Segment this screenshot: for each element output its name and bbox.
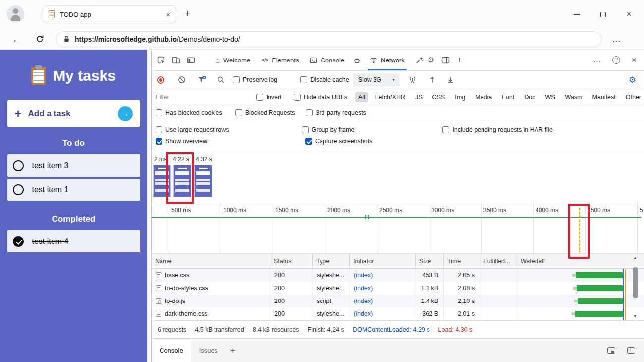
blocked-filters-row: Has blocked cookies Blocked Requests 3rd… (152, 105, 644, 120)
export-har-icon[interactable] (446, 76, 454, 84)
expand-drawer-icon[interactable] (627, 347, 635, 354)
group-by-frame-checkbox[interactable]: Group by frame (302, 126, 355, 133)
initiator-link[interactable]: (index) (354, 310, 373, 317)
network-conditions-icon[interactable] (408, 76, 417, 84)
table-scrollbar[interactable] (631, 256, 639, 319)
column-header-type[interactable]: Type (313, 254, 350, 268)
blocked-requests-checkbox[interactable]: Blocked Requests (235, 109, 295, 116)
drawer-add-tab-button[interactable] (230, 346, 235, 355)
column-header-name[interactable]: Name (152, 254, 270, 268)
task-checkbox[interactable] (13, 160, 24, 171)
filter-type-font[interactable]: Font (499, 92, 517, 102)
request-row[interactable]: to-do.js 200 script (index) 1.4 kB 2.10 … (152, 295, 644, 307)
filter-funnel-icon[interactable] (198, 76, 206, 84)
invert-checkbox[interactable]: Invert (256, 94, 281, 101)
show-overview-checkbox[interactable]: Show overview (156, 138, 207, 145)
initiator-link[interactable]: (index) (354, 285, 373, 292)
tab-welcome[interactable]: Welcome (210, 50, 256, 70)
filter-type-other[interactable]: Other (623, 92, 644, 102)
filter-input[interactable] (156, 94, 248, 101)
task-item[interactable]: test item 3 (7, 154, 140, 177)
minimize-button[interactable] (574, 14, 580, 15)
column-header-status[interactable]: Status (270, 254, 313, 268)
device-emulation-icon[interactable] (172, 56, 180, 64)
thumbnail-graphic (196, 179, 210, 181)
include-har-checkbox[interactable]: Include pending requests in HAR file (442, 126, 552, 133)
tab-elements[interactable]: Elements (256, 50, 304, 70)
import-har-icon[interactable] (429, 76, 436, 84)
column-header-size[interactable]: Size (416, 254, 444, 268)
add-task-card[interactable]: Add a task (7, 100, 140, 127)
submit-task-button[interactable] (118, 106, 133, 121)
hide-data-urls-checkbox[interactable]: Hide data URLs (294, 94, 347, 101)
preserve-log-checkbox[interactable]: Preserve log (233, 76, 277, 83)
disable-cache-checkbox[interactable]: Disable cache (300, 76, 349, 83)
window-close-button[interactable] (627, 10, 631, 18)
tab-network[interactable]: Network (364, 50, 410, 70)
filter-type-fetch-xhr[interactable]: Fetch/XHR (372, 92, 408, 102)
column-header-fulfilled[interactable]: Fulfilled... (480, 254, 517, 268)
refresh-button[interactable] (36, 35, 44, 43)
filter-type-css[interactable]: CSS (429, 92, 448, 102)
use-large-request-rows-checkbox[interactable]: Use large request rows (156, 126, 229, 133)
capture-screenshots-checkbox[interactable]: Capture screenshots (305, 138, 372, 145)
clear-network-log-button[interactable] (178, 76, 186, 84)
task-item[interactable]: test item 1 (7, 179, 140, 201)
filter-type-wasm[interactable]: Wasm (562, 92, 586, 102)
filter-type-all[interactable]: All (355, 92, 368, 102)
stylesheet-icon (156, 311, 161, 317)
filter-type-doc[interactable]: Doc (521, 92, 538, 102)
request-row[interactable]: base.css 200 styleshe... (index) 453 B 2… (152, 269, 644, 282)
issues-bug-icon[interactable] (353, 56, 361, 64)
browser-tab[interactable]: TODO app (43, 5, 176, 23)
url-origin: https:// (75, 35, 98, 43)
initiator-link[interactable]: (index) (354, 298, 373, 304)
filter-type-img[interactable]: Img (452, 92, 468, 102)
network-settings-gear-icon[interactable] (629, 76, 636, 84)
activity-bar-icon[interactable] (187, 56, 195, 64)
filmstrip-thumbnail[interactable] (194, 165, 212, 197)
performance-wand-icon[interactable] (415, 56, 424, 64)
address-bar[interactable]: https://microsoftedge.github.io/Demos/de… (56, 31, 602, 47)
layout-panel-icon[interactable] (441, 56, 450, 64)
search-icon[interactable] (217, 76, 225, 84)
request-row[interactable]: to-do-styles.css 200 styleshe... (index)… (152, 282, 644, 295)
filter-type-manifest[interactable]: Manifest (589, 92, 618, 102)
throttling-dropdown[interactable]: Slow 3G (353, 73, 400, 86)
settings-gear-icon[interactable] (428, 56, 434, 64)
devtools-close-icon[interactable] (631, 56, 637, 64)
task-checkbox-checked[interactable] (13, 236, 24, 247)
add-tool-button[interactable] (457, 56, 462, 64)
help-icon[interactable] (612, 56, 620, 64)
scrollbar-thumb[interactable] (633, 267, 638, 298)
has-blocked-cookies-checkbox[interactable]: Has blocked cookies (156, 109, 222, 116)
tab-console[interactable]: Console (304, 50, 350, 70)
maximize-button[interactable] (600, 12, 606, 17)
filter-type-js[interactable]: JS (412, 92, 426, 102)
todo-header: My tasks (0, 50, 147, 85)
column-header-time[interactable]: Time (444, 254, 480, 268)
filter-type-media[interactable]: Media (472, 92, 495, 102)
profile-avatar[interactable] (7, 5, 24, 23)
drawer-tab-console[interactable]: Console (152, 339, 191, 362)
url-text: https://microsoftedge.github.io/Demos/de… (75, 35, 240, 43)
column-header-initiator[interactable]: Initiator (350, 254, 416, 268)
new-tab-button[interactable] (184, 8, 190, 18)
scrollbar-up-icon[interactable] (633, 256, 638, 260)
devtools-more-options-icon[interactable] (593, 56, 601, 64)
initiator-link[interactable]: (index) (354, 272, 373, 279)
back-button[interactable] (12, 34, 22, 44)
chevron-down-icon (392, 77, 395, 82)
task-item-completed[interactable]: test item 4 (7, 230, 140, 252)
tab-close-icon[interactable] (166, 11, 170, 18)
browser-menu-button[interactable] (612, 35, 621, 44)
record-network-log-button[interactable] (157, 76, 165, 84)
inspect-element-icon[interactable] (157, 56, 165, 64)
drawer-tools-icon[interactable] (607, 347, 615, 354)
third-party-requests-checkbox[interactable]: 3rd-party requests (306, 109, 366, 116)
drawer-tab-issues[interactable]: Issues (191, 339, 226, 362)
request-row[interactable]: dark-theme.css 200 styleshe... (index) 3… (152, 307, 644, 320)
scrollbar-down-icon[interactable] (633, 314, 638, 319)
filter-type-ws[interactable]: WS (542, 92, 558, 102)
task-checkbox[interactable] (13, 184, 24, 195)
